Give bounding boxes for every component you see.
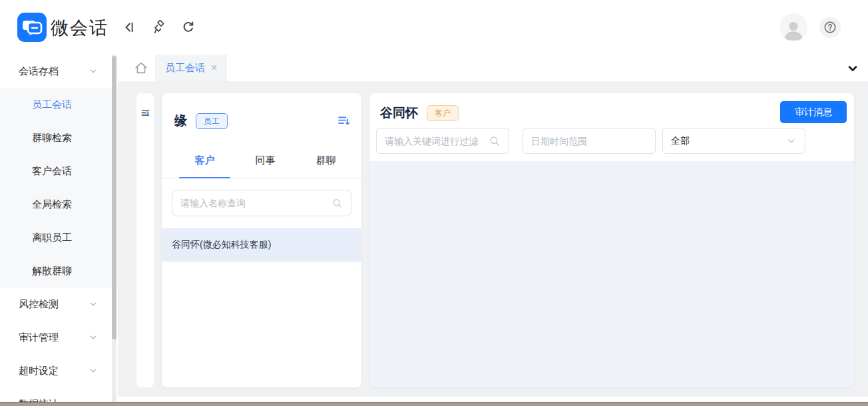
scope-select[interactable]: 全部 <box>662 128 805 154</box>
keyword-filter-box <box>376 128 509 154</box>
contact-search-input[interactable] <box>180 198 331 208</box>
date-range-box <box>523 128 656 154</box>
sidebar-group-archive[interactable]: 会话存档 <box>0 55 118 88</box>
sidebar-item-customer-chat[interactable]: 客户会话 <box>0 154 118 188</box>
tab-label: 员工会话 <box>165 62 205 75</box>
sidebar-group-risk[interactable]: 风控检测 <box>0 288 118 321</box>
tab-groups[interactable]: 群聊 <box>296 153 356 178</box>
message-area <box>369 161 854 387</box>
staff-name: 缘 <box>174 112 187 130</box>
chevron-down-icon <box>89 300 98 309</box>
sidebar-group-audit[interactable]: 审计管理 <box>0 321 118 354</box>
main-content: 缘 员工 客户 同事 群聊 谷同怀( <box>118 81 868 397</box>
chevron-down-icon <box>89 366 98 375</box>
sidebar-archive-submenu: 员工会话 群聊检索 客户会话 全局检索 离职员工 解散群聊 <box>0 88 118 288</box>
sidebar-group-label: 会话存档 <box>19 65 59 78</box>
staff-panel: 缘 员工 客户 同事 群聊 谷同怀( <box>162 93 361 387</box>
sort-list-icon[interactable] <box>337 114 351 128</box>
sidebar-item-disbanded-group[interactable]: 解散群聊 <box>0 254 118 288</box>
sidebar-collapse-icon[interactable] <box>122 20 136 35</box>
staff-panel-header: 缘 员工 <box>174 110 351 132</box>
sidebar: 会话存档 员工会话 群聊检索 客户会话 全局检索 离职员工 解散群聊 风控检测 … <box>0 55 118 406</box>
bottom-strip <box>118 397 868 402</box>
scope-select-value: 全部 <box>671 135 690 147</box>
contact-badge: 客户 <box>427 105 459 121</box>
sidebar-group-label: 风控检测 <box>19 298 59 311</box>
sidebar-group-label: 审计管理 <box>19 331 59 344</box>
chevron-down-icon <box>89 333 98 342</box>
taskbar-edge <box>0 402 868 406</box>
sidebar-group-timeout[interactable]: 超时设定 <box>0 354 118 387</box>
sidebar-scrollbar-thumb[interactable] <box>112 56 116 339</box>
app-header: 微会话 <box>0 0 868 55</box>
contact-name: 谷同怀 <box>380 104 418 122</box>
menu-unfold-icon[interactable] <box>140 108 150 118</box>
brush-icon[interactable] <box>152 20 166 35</box>
staff-badge: 员工 <box>196 113 228 129</box>
help-icon[interactable] <box>819 17 841 38</box>
refresh-icon[interactable] <box>181 20 196 35</box>
app-logo-icon[interactable] <box>17 13 47 42</box>
tabbar-chevron-down-icon[interactable] <box>846 62 859 75</box>
sidebar-group-label: 超时设定 <box>19 365 59 377</box>
chat-panel-header: 谷同怀 客户 <box>380 103 459 123</box>
close-icon[interactable]: × <box>211 63 217 73</box>
contact-list-item[interactable]: 谷同怀(微必知科技客服) <box>162 228 361 262</box>
sidebar-item-employee-chat[interactable]: 员工会话 <box>0 88 118 121</box>
sidebar-item-group-search[interactable]: 群聊检索 <box>0 121 118 154</box>
tab-customers[interactable]: 客户 <box>174 153 235 178</box>
contact-type-tabs: 客户 同事 群聊 <box>162 153 361 178</box>
chevron-down-icon <box>786 136 797 146</box>
collapse-strip <box>136 93 154 387</box>
tab-colleagues[interactable]: 同事 <box>235 153 296 178</box>
date-range-input[interactable] <box>531 136 647 146</box>
sidebar-item-global-search[interactable]: 全局检索 <box>0 188 118 221</box>
search-icon <box>331 198 343 209</box>
sidebar-item-resigned-staff[interactable]: 离职员工 <box>0 221 118 254</box>
keyword-filter-input[interactable] <box>385 136 485 146</box>
app-title: 微会话 <box>51 16 108 40</box>
tab-employee-chat[interactable]: 员工会话 × <box>155 55 227 81</box>
chevron-down-icon <box>89 67 98 76</box>
user-avatar[interactable] <box>779 13 807 41</box>
page-tabbar: 员工会话 × <box>118 55 868 81</box>
audit-message-button[interactable]: 审计消息 <box>780 101 847 123</box>
search-icon <box>489 135 501 147</box>
contact-search-box <box>172 190 351 216</box>
chat-panel: 谷同怀 客户 审计消息 全部 <box>369 93 854 387</box>
home-icon[interactable] <box>134 61 148 75</box>
